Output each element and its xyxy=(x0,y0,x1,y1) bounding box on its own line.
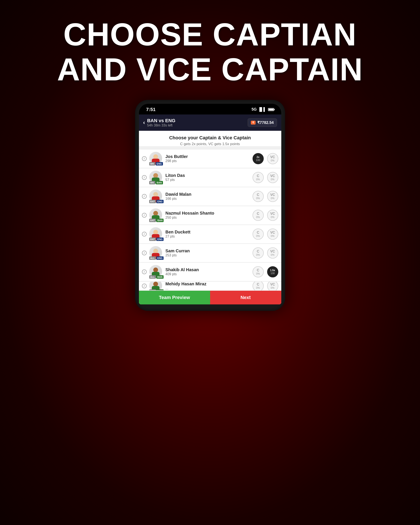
vc-pct: 0% xyxy=(271,286,274,289)
captain-buttons: C 0% VC 0% xyxy=(252,228,278,240)
captain-buttons: C 0% 1.5x 100 xyxy=(252,266,278,277)
vice-captain-button[interactable]: VC 0% xyxy=(267,210,278,221)
app-header: ‹ BAN vs ENG 54h 38m 33s left ₹ ₹7782.54 xyxy=(139,114,281,131)
team-tag: ENG xyxy=(156,162,163,166)
section-subtitle: C gets 2x points, VC gets 1.5x points xyxy=(143,142,277,146)
back-button[interactable]: ‹ xyxy=(143,119,145,126)
role-tag: WK xyxy=(149,181,155,184)
c-label: C xyxy=(257,250,259,253)
vc-pct: 0% xyxy=(271,197,274,200)
phone-frame: 7:51 5G ▐▌▌ ‹ BAN vs ENG 54h 38m 33s lef… xyxy=(135,100,285,311)
player-info: Liton Das 57 pts xyxy=(166,173,250,182)
player-row: i ALL ENG Sam Curran 253 pts xyxy=(139,244,281,262)
vice-captain-button[interactable]: VC 0% xyxy=(267,228,278,240)
c-pct: 0% xyxy=(256,286,260,289)
vc-label: VC xyxy=(270,212,275,216)
c-pct: 0% xyxy=(256,178,260,181)
captain-button[interactable]: C 0% xyxy=(252,191,264,202)
wallet-amount: ₹7782.54 xyxy=(257,120,274,125)
player-name: Mehidy Hasan Miraz xyxy=(166,282,250,287)
c-pct: 0% xyxy=(256,253,260,256)
captain-button[interactable]: C 0% xyxy=(252,172,264,183)
player-row: i BAT ENG Dawid Malan 166 pts xyxy=(139,187,281,205)
player-pts: 166 pts xyxy=(166,197,250,201)
player-info: Sam Curran 253 pts xyxy=(166,248,250,257)
info-icon: i xyxy=(142,284,147,288)
wifi-bars: ▐▌▌ xyxy=(258,107,266,112)
player-pts: 250 pts xyxy=(166,216,250,219)
info-icon: i xyxy=(142,213,147,218)
c-pct: 0% xyxy=(256,234,260,237)
player-pts: 57 pts xyxy=(166,178,250,182)
player-pts: 298 pts xyxy=(166,159,250,163)
battery-indicator xyxy=(268,108,274,111)
player-avatar-container: ALL ENG xyxy=(149,246,163,260)
c-label: C xyxy=(257,231,259,234)
vice-captain-button[interactable]: VC 0% xyxy=(267,172,278,183)
captain-buttons: C 0% VC 0% xyxy=(252,282,278,290)
player-avatar-container: BAT ENG xyxy=(149,189,163,203)
wallet-badge: ₹ ₹7782.54 xyxy=(248,118,277,127)
player-avatar xyxy=(149,282,162,290)
next-button[interactable]: Next xyxy=(210,291,281,304)
player-avatar-container: ALL BAN xyxy=(149,265,163,279)
player-info: Ben Duckett 27 pts xyxy=(166,230,250,238)
bottom-bar: Team Preview Next xyxy=(139,291,281,304)
team-preview-button[interactable]: Team Preview xyxy=(139,291,210,304)
c-label: C xyxy=(257,282,259,286)
page-title: CHOOSE CAPTIAN AND VICE CAPTAIN xyxy=(57,17,363,87)
player-pts: ... xyxy=(166,286,250,290)
player-info: Mehidy Hasan Miraz ... xyxy=(166,282,250,290)
section-title: Choose your Captain & Vice Captain xyxy=(143,135,277,141)
vc-label: VC xyxy=(270,282,275,286)
role-tag: BAT xyxy=(149,237,156,241)
signal-icon: 5G xyxy=(252,107,257,112)
team-tag: BAN xyxy=(156,289,164,290)
vice-captain-button[interactable]: VC 0% xyxy=(267,282,278,290)
captain-buttons: C 0% VC 0% xyxy=(252,191,278,202)
vc-label: VC xyxy=(270,250,275,253)
info-icon: i xyxy=(142,251,147,255)
role-tag: ALL xyxy=(149,256,156,260)
team-tag: ENG xyxy=(156,256,164,260)
vice-captain-button[interactable]: VC 0% xyxy=(267,247,278,259)
captain-button[interactable]: C 0% xyxy=(252,210,264,221)
captain-button[interactable]: C 0% xyxy=(252,247,264,259)
player-info: Dawid Malan 166 pts xyxy=(166,192,250,201)
info-icon: i xyxy=(142,156,147,161)
player-avatar-container: BAT ENG xyxy=(149,227,163,241)
player-name: Jos Buttler xyxy=(166,154,250,159)
c-pct: 0% xyxy=(256,197,260,200)
vice-captain-button[interactable]: VC 0% xyxy=(267,153,278,164)
vc-label: 1.5x xyxy=(270,269,275,272)
captain-button[interactable]: 2x 100 xyxy=(252,153,264,164)
captain-button[interactable]: C 0% xyxy=(252,282,264,290)
phone-screen: ‹ BAN vs ENG 54h 38m 33s left ₹ ₹7782.54… xyxy=(139,114,281,304)
player-avatar-container: WK BAN xyxy=(149,171,163,184)
player-info: Nazmul Hossain Shanto 250 pts xyxy=(166,211,250,219)
team-tag: BAN xyxy=(156,219,164,222)
player-avatar-container: WK ENG xyxy=(149,152,163,166)
player-pts: 27 pts xyxy=(166,234,250,238)
team-tag: BAN xyxy=(156,275,164,279)
status-time: 7:51 xyxy=(146,107,156,112)
c-pct: 100 xyxy=(256,159,260,162)
team-tag: ENG xyxy=(156,237,164,241)
captain-button[interactable]: C 0% xyxy=(252,228,264,240)
vc-label: VC xyxy=(270,193,275,197)
status-icons: 5G ▐▌▌ xyxy=(252,107,274,112)
vc-pct: 0% xyxy=(271,253,274,256)
c-pct: 0% xyxy=(256,216,260,219)
status-bar: 7:51 5G ▐▌▌ xyxy=(145,107,275,114)
team-tag: ENG xyxy=(156,200,164,203)
player-row: i BAT ENG Ben Duckett 27 pts xyxy=(139,225,281,243)
c-label: 2x xyxy=(257,156,259,159)
info-icon: i xyxy=(142,232,147,236)
c-label: C xyxy=(257,268,259,272)
player-row: i ALL BAN Mehidy Hasan Miraz ... xyxy=(139,282,281,290)
c-pct: 0% xyxy=(256,272,260,275)
vice-captain-button[interactable]: VC 0% xyxy=(267,191,278,202)
captain-buttons: C 0% VC 0% xyxy=(252,172,278,183)
captain-button[interactable]: C 0% xyxy=(252,266,264,277)
vice-captain-button[interactable]: 1.5x 100 xyxy=(267,266,278,277)
